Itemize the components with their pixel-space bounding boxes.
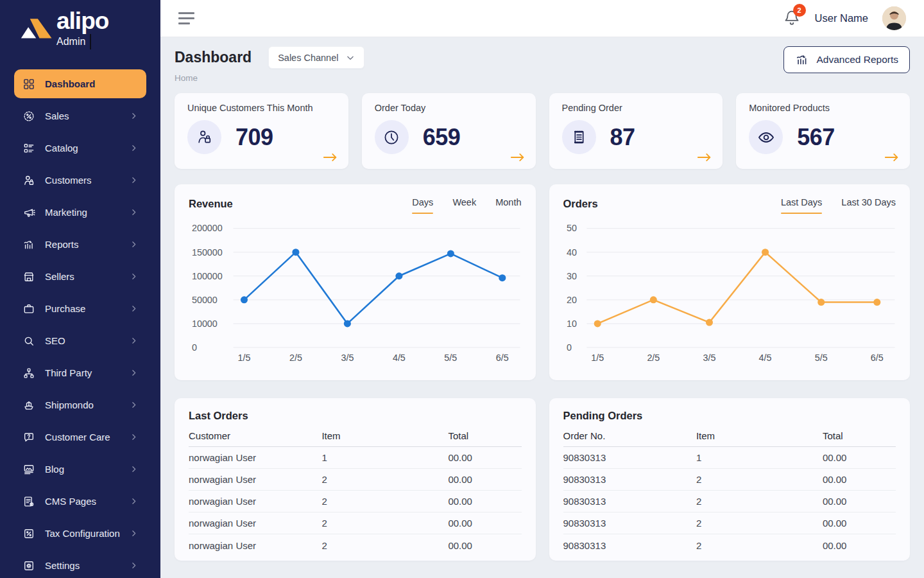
table-cell: 2 (321, 496, 448, 507)
chevron-right-icon (130, 401, 138, 409)
sidebar-item-seo[interactable]: SEO (14, 326, 146, 355)
sidebar: alipo Admin Dashboard Sales Catalog Cust… (0, 0, 160, 578)
chart-tab-week[interactable]: Week (452, 197, 476, 210)
notification-bell-icon[interactable]: 2 (783, 8, 801, 29)
sidebar-item-label: Sellers (45, 271, 74, 282)
svg-text:5/5: 5/5 (814, 353, 827, 363)
chart-tab-last-days[interactable]: Last Days (781, 197, 822, 210)
brand-logo-icon (21, 14, 54, 41)
tables-row: Last Orders CustomerItemTotal norwagian … (175, 398, 910, 578)
brand: alipo Admin (0, 8, 160, 62)
sidebar-item-label: Sales (45, 110, 69, 121)
stat-label: Unique Customers This Month (187, 103, 336, 113)
chart-tab-days[interactable]: Days (412, 197, 433, 210)
table-cell: 1 (321, 452, 448, 463)
sidebar-item-customers[interactable]: Customers (14, 166, 146, 195)
text-cursor (90, 34, 91, 49)
svg-text:6/5: 6/5 (496, 353, 509, 363)
orders-chart-card: Orders Last DaysLast 30 Days 50403020100… (549, 184, 911, 380)
table-cell: 2 (321, 474, 448, 485)
sidebar-item-shipmondo[interactable]: Shipmondo (14, 390, 146, 419)
table-row: 90830313200.00 (563, 512, 896, 534)
table-cell: 00.00 (448, 496, 521, 507)
sidebar-item-settings[interactable]: Settings (14, 551, 146, 578)
table-card-last-orders: Last Orders CustomerItemTotal norwagian … (175, 398, 536, 561)
stat-value: 709 (235, 124, 273, 151)
stat-icon-circle (187, 120, 221, 154)
table-title: Pending Orders (563, 410, 896, 422)
svg-text:50: 50 (566, 223, 576, 234)
table-row: norwagian User100.00 (189, 447, 522, 469)
sidebar-item-label: Customer Care (45, 432, 110, 442)
chart-tabs: DaysWeekMonth (412, 197, 521, 210)
sidebar-item-cms-pages[interactable]: CMS Pages (14, 487, 146, 516)
stat-card-pending-order: Pending Order 87 (549, 93, 723, 169)
sellers-icon (22, 270, 35, 283)
table-cell: 00.00 (448, 518, 521, 529)
sidebar-item-label: CMS Pages (45, 496, 96, 507)
arrow-right-icon[interactable] (884, 152, 900, 162)
sidebar-nav: Dashboard Sales Catalog Customers Market… (0, 69, 160, 578)
stat-card-monitored-products: Monitored Products 567 (736, 93, 910, 169)
sidebar-item-label: Tax Configuration (45, 528, 120, 539)
arrow-right-icon[interactable] (323, 152, 338, 162)
svg-text:2/5: 2/5 (647, 353, 660, 363)
sidebar-item-third-party[interactable]: Third Party (14, 358, 146, 387)
table-row: norwagian User200.00 (189, 469, 522, 491)
table-cell: 2 (696, 474, 823, 485)
sidebar-item-sellers[interactable]: Sellers (14, 262, 146, 291)
revenue-line-chart: 200000150000100000500001000001/52/53/54/… (189, 218, 522, 373)
chart-tab-last-30-days[interactable]: Last 30 Days (841, 197, 896, 210)
arrow-right-icon[interactable] (697, 152, 712, 162)
sidebar-item-tax-configuration[interactable]: Tax Configuration (14, 519, 146, 548)
sidebar-item-label: SEO (45, 335, 65, 346)
sidebar-item-marketing[interactable]: Marketing (14, 198, 146, 227)
catalog-icon (22, 142, 35, 155)
table-cell: 2 (321, 518, 448, 529)
menu-toggle-icon[interactable] (178, 12, 194, 24)
sales-channel-select[interactable]: Sales Channel (268, 46, 364, 69)
svg-text:30: 30 (566, 271, 576, 281)
sidebar-item-blog[interactable]: Blog (14, 455, 146, 484)
sidebar-item-reports[interactable]: Reports (14, 230, 146, 259)
sidebar-item-label: Marketing (45, 207, 87, 218)
eye-icon (757, 128, 776, 147)
svg-text:2/5: 2/5 (289, 353, 302, 363)
table-cell: 00.00 (823, 518, 896, 529)
notification-count-badge: 2 (793, 4, 806, 17)
chart-tab-month[interactable]: Month (495, 197, 521, 210)
chart-title: Orders (563, 198, 598, 210)
arrow-right-icon[interactable] (510, 152, 526, 162)
sidebar-item-sales[interactable]: Sales (14, 101, 146, 130)
breadcrumb: Home (175, 73, 364, 83)
table-cell: 00.00 (823, 452, 896, 463)
cms-pages-icon (22, 495, 35, 508)
table-cell: norwagian User (189, 452, 321, 463)
svg-text:3/5: 3/5 (341, 353, 354, 363)
table-row: 90830313100.00 (563, 447, 896, 469)
svg-text:6/5: 6/5 (870, 353, 883, 363)
shipmondo-icon (22, 399, 35, 412)
table-cell: 90830313 (563, 540, 696, 551)
sidebar-item-label: Dashboard (45, 78, 95, 89)
chevron-right-icon (130, 497, 138, 505)
sidebar-item-catalog[interactable]: Catalog (14, 134, 146, 162)
sidebar-item-label: Purchase (45, 303, 85, 314)
sidebar-item-label: Blog (45, 464, 64, 475)
table-row: 90830313200.00 (563, 534, 896, 556)
table-row: norwagian User200.00 (189, 512, 522, 534)
sidebar-item-purchase[interactable]: Purchase (14, 294, 146, 323)
sidebar-item-dashboard[interactable]: Dashboard (14, 69, 146, 98)
svg-text:150000: 150000 (192, 247, 223, 258)
advanced-reports-button[interactable]: Advanced Reports (783, 46, 910, 73)
chevron-right-icon (130, 337, 138, 345)
chart-tabs: Last DaysLast 30 Days (781, 197, 896, 210)
svg-text:0: 0 (192, 342, 197, 353)
svg-text:200000: 200000 (192, 223, 223, 234)
chevron-right-icon (130, 304, 138, 313)
avatar[interactable] (882, 6, 906, 30)
charts-row: Revenue DaysWeekMonth 200000150000100000… (175, 184, 910, 380)
page-head: Dashboard Sales Channel Home (175, 46, 910, 83)
column-header: Total (823, 430, 896, 441)
sidebar-item-customer-care[interactable]: Customer Care (14, 423, 146, 451)
